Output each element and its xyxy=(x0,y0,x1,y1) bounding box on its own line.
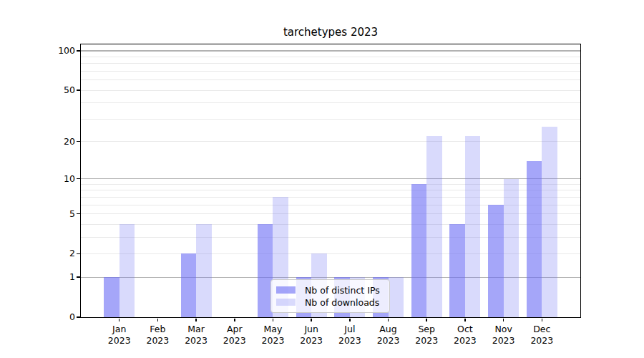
ytick-label-2: 2 xyxy=(0,248,75,258)
ytick-mark-50 xyxy=(77,90,80,91)
ytick-label-100: 100 xyxy=(0,46,75,56)
ytick-label-10: 10 xyxy=(0,174,75,184)
bar-oct-distinct-ips xyxy=(449,224,465,317)
ytick-mark-0 xyxy=(77,316,80,318)
bar-jan-distinct-ips xyxy=(104,277,119,317)
legend-swatch-distinct-ips-icon xyxy=(276,286,296,294)
ytick-mark-10 xyxy=(77,178,80,180)
ytick-label-50: 50 xyxy=(0,85,75,95)
bar-nov-downloads xyxy=(504,179,519,317)
ytick-label-5: 5 xyxy=(0,209,75,219)
bar-dec-downloads xyxy=(542,127,557,317)
ytick-mark-2 xyxy=(77,253,80,255)
xtick-mark-oct xyxy=(464,319,466,322)
xtick-mark-aug xyxy=(388,319,389,322)
gridline-minor-50 xyxy=(81,90,580,91)
gridline-minor-80 xyxy=(81,63,580,64)
legend-swatch-downloads-icon xyxy=(276,299,296,306)
xtick-mark-dec xyxy=(542,319,543,322)
xtick-mark-sep xyxy=(426,319,427,322)
ytick-label-20: 20 xyxy=(0,137,75,147)
bar-dec-distinct-ips xyxy=(527,161,542,317)
gridline-minor-40 xyxy=(81,102,580,103)
bar-mar-distinct-ips xyxy=(181,253,197,317)
bar-nov-distinct-ips xyxy=(488,205,504,317)
xtick-mark-apr xyxy=(234,319,235,322)
xtick-mark-feb xyxy=(157,319,159,322)
xtick-label-dec: Dec2023 xyxy=(513,324,570,347)
ytick-label-1: 1 xyxy=(0,272,75,282)
bar-jan-downloads xyxy=(119,224,135,317)
gridline-minor-90 xyxy=(81,57,580,57)
ytick-mark-5 xyxy=(77,213,80,215)
legend-entry-distinct-ips: Nb of distinct IPs xyxy=(276,284,384,296)
bar-mar-downloads xyxy=(196,224,212,317)
gridline-major-100 xyxy=(81,50,580,51)
bar-oct-downloads xyxy=(465,136,481,317)
gridline-minor-60 xyxy=(81,79,580,80)
gridline-minor-30 xyxy=(81,119,580,120)
ytick-mark-1 xyxy=(77,276,80,278)
bar-sep-distinct-ips xyxy=(411,184,427,317)
ytick-mark-100 xyxy=(77,50,80,52)
xtick-mark-mar xyxy=(195,319,197,322)
legend-label-downloads: Nb of downloads xyxy=(305,297,384,308)
figure: tarchetypes 2023 Nb of distinct IPs Nb o… xyxy=(0,0,644,358)
bar-aug-downloads xyxy=(389,277,404,317)
chart-title: tarchetypes 2023 xyxy=(81,26,580,39)
legend: Nb of distinct IPs Nb of downloads xyxy=(270,279,390,313)
xtick-mark-jun xyxy=(311,319,312,322)
legend-label-distinct-ips: Nb of distinct IPs xyxy=(305,285,384,296)
gridline-minor-20 xyxy=(81,141,580,142)
xtick-mark-jul xyxy=(349,319,351,322)
ytick-mark-20 xyxy=(77,141,80,142)
ytick-label-0: 0 xyxy=(0,312,75,322)
xtick-mark-may xyxy=(273,319,274,322)
xtick-mark-nov xyxy=(503,319,504,322)
gridline-minor-70 xyxy=(81,71,580,72)
legend-entry-downloads: Nb of downloads xyxy=(276,296,384,308)
xtick-mark-jan xyxy=(119,319,120,322)
plot-area xyxy=(81,44,580,317)
bar-sep-downloads xyxy=(426,136,442,317)
